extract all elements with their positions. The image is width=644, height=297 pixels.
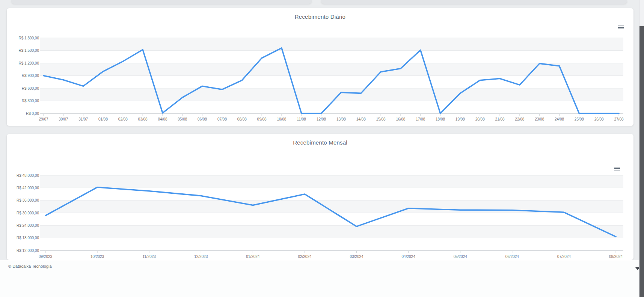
x-axis-label: 25/08 [575, 117, 584, 121]
x-axis-label: 18/08 [436, 117, 445, 121]
y-axis-label: R$ 36.000,00 [17, 198, 39, 202]
x-axis-label: 11/08 [297, 117, 306, 121]
x-axis-label: 02/08 [118, 117, 128, 121]
x-axis-label: 10/08 [277, 117, 286, 121]
x-axis-label: 22/08 [515, 117, 524, 121]
y-axis-label: R$ 1.800,00 [19, 36, 39, 40]
x-axis-label: 07/08 [217, 117, 227, 121]
monthly-receipts-card: Recebimento Mensal R$ 48.000,00R$ 42.000… [7, 134, 633, 260]
x-axis-label: 07/2024 [557, 255, 571, 259]
x-axis-label: 01/2024 [246, 255, 260, 259]
x-axis-label: 01/08 [98, 117, 108, 121]
y-axis-label: R$ 42.000,00 [17, 186, 39, 190]
x-axis-label: 06/2024 [505, 255, 519, 259]
y-axis-label: R$ 1.500,00 [19, 48, 39, 53]
x-axis-label: 06/08 [198, 117, 207, 121]
x-axis-label: 05/2024 [454, 255, 468, 259]
y-axis-label: R$ 24.000,00 [17, 223, 39, 228]
y-axis-label: R$ 18.000,00 [17, 236, 39, 240]
page-footer: © Datacaixa Tecnologia [0, 260, 639, 297]
x-axis-label: 21/08 [495, 117, 505, 121]
x-axis-label: 10/2023 [90, 255, 104, 259]
x-axis-label: 24/08 [555, 117, 564, 121]
x-axis-label: 09/08 [257, 117, 267, 121]
y-axis-label: R$ 0,00 [26, 112, 39, 116]
daily-receipts-card: Recebimento Diário R$ 1.800,00R$ 1.500,0… [7, 8, 633, 126]
x-axis-label: 02/2024 [298, 255, 312, 259]
y-axis-label: R$ 900,00 [22, 74, 39, 78]
data-series-line [44, 48, 619, 113]
y-axis-label: R$ 48.000,00 [17, 173, 39, 178]
y-axis-label: R$ 300,00 [22, 99, 39, 103]
vertical-scrollbar-thumb[interactable] [639, 26, 644, 297]
x-axis-label: 12/2023 [194, 255, 208, 259]
x-axis-label: 13/08 [336, 117, 346, 121]
x-axis-label: 11/2023 [142, 255, 156, 259]
x-axis-label: 27/08 [614, 117, 623, 121]
grid-band [40, 175, 623, 188]
card-remnant-right [321, 0, 627, 4]
x-axis-label: 03/2024 [350, 255, 363, 259]
x-axis-label: 08/2024 [609, 255, 623, 259]
y-axis-label: R$ 600,00 [22, 86, 39, 90]
footer-copyright: © Datacaixa Tecnologia [8, 264, 52, 268]
grid-band [40, 88, 623, 101]
x-axis-label: 23/08 [535, 117, 544, 121]
x-axis-label: 30/07 [59, 117, 68, 121]
grid-band [40, 38, 623, 51]
x-axis-label: 05/08 [178, 117, 187, 121]
card-remnant-left [11, 0, 312, 4]
daily-line-chart: R$ 1.800,00R$ 1.500,00R$ 1.200,00R$ 900,… [7, 8, 633, 126]
x-axis-label: 08/08 [237, 117, 247, 121]
y-axis-label: R$ 12.000,00 [17, 249, 39, 253]
x-axis-label: 17/08 [416, 117, 425, 121]
dashboard-page: Recebimento Diário R$ 1.800,00R$ 1.500,0… [0, 0, 644, 297]
grid-band [40, 225, 623, 238]
y-axis-label: R$ 1.200,00 [19, 61, 39, 65]
x-axis-label: 04/2024 [402, 255, 416, 259]
x-axis-label: 12/08 [317, 117, 326, 121]
x-axis-label: 03/08 [138, 117, 148, 121]
grid-band [40, 63, 623, 76]
x-axis-label: 15/08 [376, 117, 386, 121]
x-axis-label: 16/08 [396, 117, 405, 121]
x-axis-label: 31/07 [78, 117, 88, 121]
x-axis-label: 04/08 [158, 117, 167, 121]
x-axis-label: 26/08 [594, 117, 604, 121]
monthly-line-chart: R$ 48.000,00R$ 42.000,00R$ 36.000,00R$ 3… [7, 134, 633, 260]
vertical-scrollbar-track[interactable] [639, 0, 644, 297]
x-axis-label: 09/2023 [39, 255, 53, 259]
x-axis-label: 20/08 [475, 117, 485, 121]
y-axis-label: R$ 30.000,00 [17, 211, 39, 215]
x-axis-label: 14/08 [356, 117, 366, 121]
x-axis-label: 29/07 [39, 117, 48, 121]
x-axis-label: 19/08 [455, 117, 465, 121]
